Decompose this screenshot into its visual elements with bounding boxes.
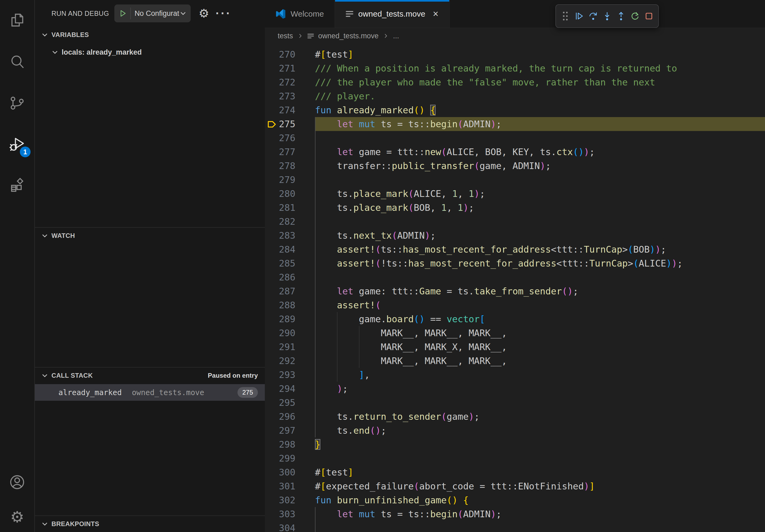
code-line-295[interactable]: 295	[265, 396, 765, 409]
code-text[interactable]: ts.next_tx(ADMIN);	[315, 228, 765, 242]
tab-welcome[interactable]: Welcome	[265, 0, 335, 28]
code-text[interactable]: game.board() == vector[	[315, 312, 765, 326]
gutter[interactable]: 298	[265, 437, 315, 451]
settings-gear-icon[interactable]: ⚙	[0, 497, 34, 532]
code-line-299[interactable]: 299	[265, 451, 765, 465]
breadcrumb-symbol[interactable]: ...	[393, 32, 399, 40]
code-text[interactable]	[315, 521, 765, 532]
gutter[interactable]: 287	[265, 284, 315, 298]
code-text[interactable]: /// the player who made the "false" move…	[315, 75, 765, 89]
code-line-278[interactable]: 278 transfer::public_transfer(game, ADMI…	[265, 159, 765, 173]
code-line-294[interactable]: 294 );	[265, 382, 765, 396]
step-out-button[interactable]	[615, 8, 627, 25]
code-text[interactable]: assert!(!ts::has_most_recent_for_address…	[315, 256, 765, 270]
code-line-270[interactable]: 270#[test]	[265, 47, 765, 61]
step-into-button[interactable]	[601, 8, 613, 25]
code-line-304[interactable]: 304	[265, 521, 765, 532]
gutter[interactable]: 277	[265, 145, 315, 159]
code-line-291[interactable]: 291 MARK__, MARK_X, MARK__,	[265, 340, 765, 354]
gutter[interactable]: 295	[265, 396, 315, 409]
extensions-icon[interactable]	[0, 166, 34, 206]
close-tab-icon[interactable]: ×	[433, 9, 438, 19]
watch-section-header[interactable]: WATCH	[35, 228, 265, 244]
step-over-button[interactable]	[587, 8, 599, 25]
code-line-275[interactable]: 275 let mut ts = ts::begin(ADMIN);	[265, 117, 765, 131]
code-line-288[interactable]: 288 assert!(	[265, 298, 765, 312]
code-text[interactable]: assert!(ts::has_most_recent_for_address<…	[315, 242, 765, 256]
code-line-283[interactable]: 283 ts.next_tx(ADMIN);	[265, 228, 765, 242]
code-line-302[interactable]: 302fun burn_unfinished_game() {	[265, 493, 765, 507]
code-line-273[interactable]: 273/// player.	[265, 89, 765, 103]
gutter[interactable]: 300	[265, 465, 315, 479]
search-icon[interactable]	[0, 42, 34, 82]
source-control-icon[interactable]	[0, 83, 34, 123]
code-text[interactable]: ts.place_mark(BOB, 1, 1);	[315, 201, 765, 215]
gutter[interactable]: 278	[265, 159, 315, 173]
code-text[interactable]	[315, 451, 765, 465]
code-line-290[interactable]: 290 MARK__, MARK__, MARK__,	[265, 326, 765, 340]
code-text[interactable]: let mut ts = ts::begin(ADMIN);	[315, 507, 765, 521]
code-text[interactable]: MARK__, MARK__, MARK__,	[315, 326, 765, 340]
code-text[interactable]: let mut ts = ts::begin(ADMIN);	[315, 117, 765, 131]
gutter[interactable]: 281	[265, 201, 315, 215]
gutter[interactable]: 294	[265, 382, 315, 396]
gutter[interactable]: 290	[265, 326, 315, 340]
more-actions-icon[interactable]: ···	[216, 10, 231, 16]
code-text[interactable]	[315, 396, 765, 409]
gutter[interactable]: 288	[265, 298, 315, 312]
code-text[interactable]: ts.place_mark(ALICE, 1, 1);	[315, 187, 765, 201]
gutter[interactable]: 286	[265, 270, 315, 284]
gutter[interactable]: 289	[265, 312, 315, 326]
code-line-276[interactable]: 276	[265, 131, 765, 145]
code-line-271[interactable]: 271/// When a position is already marked…	[265, 61, 765, 75]
gutter[interactable]: 303	[265, 507, 315, 521]
gutter[interactable]: 271	[265, 61, 315, 75]
gutter[interactable]: 283	[265, 228, 315, 242]
gutter[interactable]: 274	[265, 103, 315, 117]
toolbar-drag-handle[interactable]	[559, 8, 571, 25]
code-text[interactable]: MARK__, MARK__, MARK__,	[315, 354, 765, 368]
code-text[interactable]: /// player.	[315, 89, 765, 103]
code-text[interactable]: );	[315, 382, 765, 396]
gutter[interactable]: 282	[265, 215, 315, 228]
restart-button[interactable]	[629, 8, 641, 25]
code-line-281[interactable]: 281 ts.place_mark(BOB, 1, 1);	[265, 201, 765, 215]
code-text[interactable]: #[test]	[315, 465, 765, 479]
code-line-274[interactable]: 274fun already_marked() {	[265, 103, 765, 117]
code-line-280[interactable]: 280 ts.place_mark(ALICE, 1, 1);	[265, 187, 765, 201]
code-text[interactable]: fun already_marked() {	[315, 103, 765, 117]
gutter[interactable]: 302	[265, 493, 315, 507]
gutter[interactable]: 296	[265, 409, 315, 423]
explorer-icon[interactable]	[0, 0, 34, 40]
gutter[interactable]: 299	[265, 451, 315, 465]
breadcrumb-folder[interactable]: tests	[278, 32, 293, 40]
gutter[interactable]: 280	[265, 187, 315, 201]
code-line-286[interactable]: 286	[265, 270, 765, 284]
gutter[interactable]: 272	[265, 75, 315, 89]
variables-section-header[interactable]: VARIABLES	[35, 27, 265, 43]
code-text[interactable]: fun burn_unfinished_game() {	[315, 493, 765, 507]
code-text[interactable]: #[test]	[315, 47, 765, 61]
code-line-272[interactable]: 272/// the player who made the "false" m…	[265, 75, 765, 89]
code-line-303[interactable]: 303 let mut ts = ts::begin(ADMIN);	[265, 507, 765, 521]
continue-button[interactable]	[573, 8, 585, 25]
gutter[interactable]: 291	[265, 340, 315, 354]
gutter[interactable]: 304	[265, 521, 315, 532]
code-line-289[interactable]: 289 game.board() == vector[	[265, 312, 765, 326]
debug-settings-gear-icon[interactable]: ⚙	[199, 8, 209, 19]
gutter[interactable]: 270	[265, 47, 315, 61]
code-line-293[interactable]: 293 ],	[265, 368, 765, 382]
tab-owned-tests-move[interactable]: owned_tests.move ×	[335, 0, 449, 28]
code-line-296[interactable]: 296 ts.return_to_sender(game);	[265, 409, 765, 423]
code-text[interactable]	[315, 215, 765, 228]
code-line-292[interactable]: 292 MARK__, MARK__, MARK__,	[265, 354, 765, 368]
gutter[interactable]: 276	[265, 131, 315, 145]
code-line-301[interactable]: 301#[expected_failure(abort_code = ttt::…	[265, 479, 765, 493]
code-line-279[interactable]: 279	[265, 173, 765, 187]
variables-scope-item[interactable]: locals: already_marked	[35, 45, 265, 60]
code-text[interactable]	[315, 173, 765, 187]
call-stack-section-header[interactable]: CALL STACK Paused on entry	[35, 368, 265, 384]
code-line-277[interactable]: 277 let game = ttt::new(ALICE, BOB, KEY,…	[265, 145, 765, 159]
code-text[interactable]: transfer::public_transfer(game, ADMIN);	[315, 159, 765, 173]
code-line-282[interactable]: 282	[265, 215, 765, 228]
